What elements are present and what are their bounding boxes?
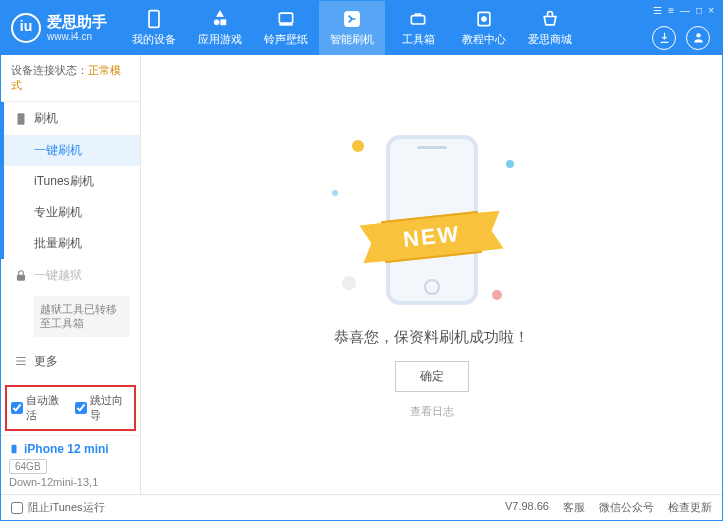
success-illustration: NEW (332, 130, 532, 310)
connection-status: 设备连接状态：正常模式 (1, 55, 140, 102)
brand: iu 爱思助手 www.i4.cn (1, 1, 121, 55)
title-bar: iu 爱思助手 www.i4.cn 我的设备应用游戏铃声壁纸智能刷机工具箱教程中… (1, 1, 722, 55)
device-icon (9, 442, 19, 456)
success-message: 恭喜您，保资料刷机成功啦！ (334, 328, 529, 347)
svg-point-1 (214, 20, 219, 25)
nav-media[interactable]: 铃声壁纸 (253, 1, 319, 55)
nav-flash[interactable]: 智能刷机 (319, 1, 385, 55)
view-log-link[interactable]: 查看日志 (410, 404, 454, 419)
flash-options: 自动激活 跳过向导 (5, 385, 136, 431)
lock-icon (14, 269, 28, 283)
nav-apps[interactable]: 应用游戏 (187, 1, 253, 55)
svg-rect-2 (221, 20, 226, 25)
media-icon (276, 9, 296, 29)
section-more-title: 更多 (34, 353, 58, 370)
section-jailbreak: 一键越狱 越狱工具已转移至工具箱 (1, 259, 140, 337)
conn-label: 设备连接状态： (11, 64, 88, 76)
auto-activate-checkbox[interactable]: 自动激活 (11, 393, 67, 423)
sidebar-item[interactable]: iTunes刷机 (4, 166, 140, 197)
ok-button[interactable]: 确定 (395, 361, 469, 392)
svg-rect-0 (149, 11, 159, 28)
main-content: NEW 恭喜您，保资料刷机成功啦！ 确定 查看日志 (141, 55, 722, 494)
svg-point-8 (696, 33, 700, 37)
svg-rect-10 (17, 274, 25, 280)
nav-label: 应用游戏 (198, 32, 242, 47)
sidebar-list: 刷机 一键刷机iTunes刷机专业刷机批量刷机 一键越狱 越狱工具已转移至工具箱… (1, 102, 140, 381)
nav-label: 智能刷机 (330, 32, 374, 47)
sidebar-item[interactable]: 批量刷机 (4, 228, 140, 259)
nav-label: 工具箱 (402, 32, 435, 47)
nav-label: 教程中心 (462, 32, 506, 47)
app-url: www.i4.cn (47, 31, 107, 43)
nav-label: 爱思商城 (528, 32, 572, 47)
body: 设备连接状态：正常模式 刷机 一键刷机iTunes刷机专业刷机批量刷机 一键越狱… (1, 55, 722, 494)
tools-icon (408, 9, 428, 29)
window-button[interactable]: — (680, 5, 690, 16)
svg-rect-5 (411, 16, 424, 24)
nav-label: 我的设备 (132, 32, 176, 47)
section-jailbreak-header[interactable]: 一键越狱 (4, 259, 140, 292)
version-label: V7.98.66 (505, 500, 549, 515)
section-flash-header[interactable]: 刷机 (4, 102, 140, 135)
status-bar: 阻止iTunes运行 V7.98.66 客服微信公众号检查更新 (1, 494, 722, 520)
book-icon (474, 9, 494, 29)
flash-icon (342, 9, 362, 29)
device-info[interactable]: iPhone 12 mini 64GB Down-12mini-13,1 (1, 435, 140, 494)
logo-icon: iu (11, 13, 41, 43)
device-name: iPhone 12 mini (24, 442, 109, 456)
device-storage: 64GB (9, 459, 47, 474)
sidebar-item[interactable]: 专业刷机 (4, 197, 140, 228)
shop-icon (540, 9, 560, 29)
app-title: 爱思助手 (47, 13, 107, 31)
svg-point-7 (482, 17, 487, 22)
nav-shop[interactable]: 爱思商城 (517, 1, 583, 55)
section-flash-title: 刷机 (34, 110, 58, 127)
device-firmware: Down-12mini-13,1 (9, 476, 132, 488)
nav-book[interactable]: 教程中心 (451, 1, 517, 55)
window-controls: ☰≡—□× (645, 1, 722, 20)
sidebar-item[interactable]: 一键刷机 (4, 135, 140, 166)
menu-icon (14, 354, 28, 368)
svg-rect-9 (18, 113, 25, 125)
section-flash: 刷机 一键刷机iTunes刷机专业刷机批量刷机 (1, 102, 140, 259)
section-more-header[interactable]: 更多 (4, 345, 140, 378)
main-nav: 我的设备应用游戏铃声壁纸智能刷机工具箱教程中心爱思商城 (121, 1, 645, 55)
user-icon[interactable] (686, 26, 710, 50)
nav-tools[interactable]: 工具箱 (385, 1, 451, 55)
window-button[interactable]: ☰ (653, 5, 662, 16)
skip-guide-checkbox[interactable]: 跳过向导 (75, 393, 131, 423)
footer-link[interactable]: 检查更新 (668, 500, 712, 515)
section-jailbreak-title: 一键越狱 (34, 267, 82, 284)
window-button[interactable]: □ (696, 5, 702, 16)
sidebar-item[interactable]: 其他工具 (4, 378, 140, 381)
svg-rect-3 (279, 13, 292, 23)
nav-device[interactable]: 我的设备 (121, 1, 187, 55)
svg-rect-11 (12, 445, 17, 453)
window-button[interactable]: ≡ (668, 5, 674, 16)
footer-link[interactable]: 客服 (563, 500, 585, 515)
nav-label: 铃声壁纸 (264, 32, 308, 47)
jailbreak-note: 越狱工具已转移至工具箱 (34, 296, 130, 337)
app-window: iu 爱思助手 www.i4.cn 我的设备应用游戏铃声壁纸智能刷机工具箱教程中… (0, 0, 723, 521)
window-button[interactable]: × (708, 5, 714, 16)
apps-icon (210, 9, 230, 29)
block-itunes-checkbox[interactable]: 阻止iTunes运行 (11, 500, 105, 515)
download-icon[interactable] (652, 26, 676, 50)
header-actions (652, 20, 722, 55)
footer-link[interactable]: 微信公众号 (599, 500, 654, 515)
sidebar: 设备连接状态：正常模式 刷机 一键刷机iTunes刷机专业刷机批量刷机 一键越狱… (1, 55, 141, 494)
phone-icon (14, 112, 28, 126)
section-more: 更多 其他工具下载固件高级功能 (1, 345, 140, 381)
device-icon (144, 9, 164, 29)
